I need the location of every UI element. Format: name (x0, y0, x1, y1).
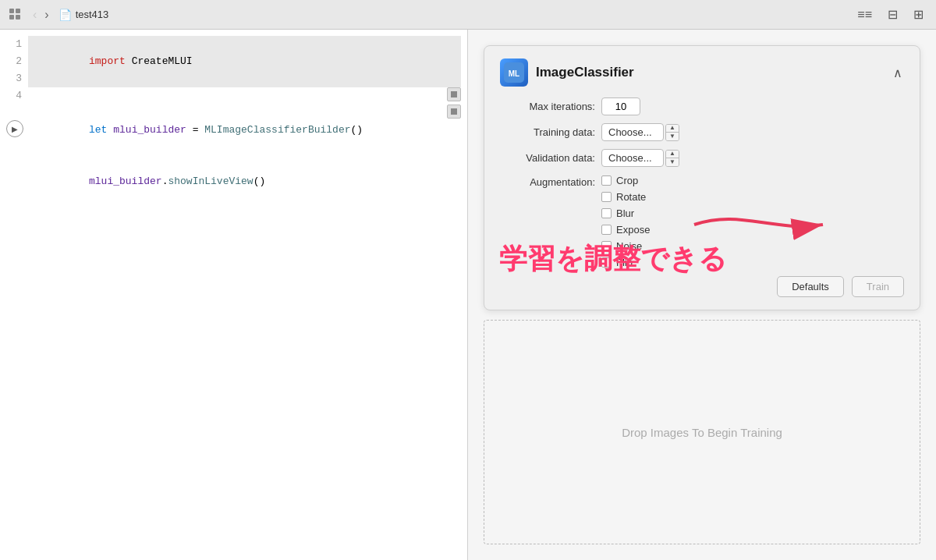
train-button[interactable]: Train (852, 276, 904, 297)
training-data-select[interactable]: Choose... ▲ ▼ (601, 123, 679, 141)
max-iterations-input[interactable] (601, 97, 640, 115)
nav-prev-button[interactable]: ‹ (30, 6, 40, 23)
validation-data-control: Choose... ▲ ▼ (601, 149, 904, 167)
line-numbers: 1 2 3 4 (0, 36, 28, 554)
aug-noise-row: Noise (601, 240, 650, 252)
collapse-button[interactable]: ∧ (892, 64, 904, 82)
action-buttons: Defaults Train (500, 276, 904, 297)
inline-run-button-2[interactable] (447, 105, 461, 119)
svg-rect-1 (16, 9, 20, 13)
stepper-down-btn[interactable]: ▼ (666, 133, 679, 140)
training-data-control: Choose... ▲ ▼ (601, 123, 904, 141)
aug-blur-label: Blur (616, 207, 634, 219)
aug-noise-label: Noise (616, 240, 642, 252)
svg-rect-4 (451, 91, 457, 97)
aug-expose-label: Expose (616, 224, 650, 236)
image-classifier-card: ML ImageClassifier ∧ Max iterations: Tra… (484, 45, 920, 310)
code-editor: 1 2 3 4 import CreateMLUI let mlui_build… (0, 30, 468, 560)
svg-rect-2 (9, 15, 14, 19)
max-iterations-label: Max iterations: (500, 101, 601, 112)
inline-run-button-1[interactable] (447, 87, 461, 101)
ml-icon: ML (500, 58, 528, 87)
title-bar: ‹ › 📄 test413 ≡≡ ⊟ ⊞ (0, 0, 936, 30)
right-panel: 学習を調整できる ML (468, 30, 936, 560)
aug-rotate-checkbox[interactable] (601, 192, 612, 202)
nav-buttons: ‹ › (30, 6, 52, 23)
training-data-choose-text: Choose... (601, 123, 664, 141)
svg-rect-3 (16, 15, 20, 19)
stepper-up-btn[interactable]: ▲ (666, 125, 679, 133)
aug-noise-checkbox[interactable] (601, 241, 612, 251)
augmentation-label: Augmentation: (500, 175, 601, 188)
drop-zone[interactable]: Drop Images To Begin Training (484, 320, 920, 544)
validation-data-label: Validation data: (500, 152, 601, 164)
nav-next-button[interactable]: › (41, 6, 51, 23)
file-tab[interactable]: 📄 test413 (58, 9, 109, 21)
svg-rect-0 (9, 9, 14, 13)
aug-crop-row: Crop (601, 175, 650, 186)
defaults-button[interactable]: Defaults (777, 276, 844, 297)
aug-rotate-row: Rotate (601, 191, 650, 203)
svg-rect-5 (451, 108, 457, 115)
svg-text:ML: ML (509, 69, 519, 78)
code-lines[interactable]: import CreateMLUI let mlui_builder = MLI… (28, 36, 467, 554)
training-data-stepper[interactable]: ▲ ▼ (665, 124, 679, 141)
code-line-1: import CreateMLUI (28, 36, 461, 87)
code-line-3: let mlui_builder = MLImageClassifierBuil… (28, 105, 461, 156)
aug-blur-checkbox[interactable] (601, 208, 612, 218)
grid-icon[interactable] (8, 7, 23, 23)
aug-expose-row: Expose (601, 224, 650, 236)
validation-stepper-up-btn[interactable]: ▲ (666, 151, 679, 158)
validation-stepper-down-btn[interactable]: ▼ (666, 158, 679, 166)
training-data-row: Training data: Choose... ▲ ▼ (500, 123, 904, 141)
card-title-group: ML ImageClassifier (500, 58, 634, 87)
grid-view-button[interactable]: ⊞ (909, 5, 928, 23)
code-line-2 (28, 87, 461, 105)
augmentation-checkboxes: Crop Rotate Blur Expose (601, 175, 650, 268)
split-view-button[interactable]: ⊟ (883, 5, 902, 23)
aug-blur-row: Blur (601, 207, 650, 219)
aug-flip-label: Flip (616, 257, 633, 268)
aug-crop-label: Crop (616, 175, 638, 186)
validation-data-row: Validation data: Choose... ▲ ▼ (500, 149, 904, 167)
run-button[interactable]: ▶ (6, 120, 23, 137)
card-header: ML ImageClassifier ∧ (500, 58, 904, 87)
main-content: 1 2 3 4 import CreateMLUI let mlui_build… (0, 30, 936, 560)
code-line-4: mlui_builder.showInLiveView() (28, 156, 461, 207)
file-name: test413 (76, 9, 109, 20)
validation-data-select[interactable]: Choose... ▲ ▼ (601, 149, 679, 167)
file-icon: 📄 (58, 9, 72, 21)
drop-zone-text: Drop Images To Begin Training (622, 426, 782, 439)
aug-flip-checkbox[interactable] (601, 257, 612, 268)
aug-expose-checkbox[interactable] (601, 225, 612, 235)
validation-data-stepper[interactable]: ▲ ▼ (665, 150, 679, 167)
validation-data-choose-text: Choose... (601, 149, 664, 167)
code-area: 1 2 3 4 import CreateMLUI let mlui_build… (0, 30, 467, 560)
training-data-label: Training data: (500, 126, 601, 138)
card-title: ImageClassifier (536, 65, 634, 80)
run-button-area: ▶ (6, 120, 23, 137)
max-iterations-control (601, 97, 904, 115)
augmentation-row: Augmentation: Crop Rotate Blur (500, 175, 904, 268)
max-iterations-row: Max iterations: (500, 97, 904, 115)
list-view-button[interactable]: ≡≡ (853, 5, 877, 23)
aug-flip-row: Flip (601, 257, 650, 268)
title-bar-right: ≡≡ ⊟ ⊞ (853, 5, 928, 23)
aug-rotate-label: Rotate (616, 191, 646, 203)
aug-crop-checkbox[interactable] (601, 175, 612, 186)
